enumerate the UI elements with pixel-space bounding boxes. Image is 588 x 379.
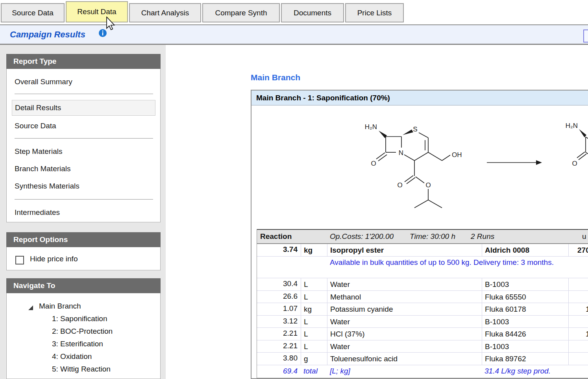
cell-substance: Methanol [327, 291, 479, 303]
cell-unit: L [301, 278, 324, 291]
cell-vendor: B-1003 [482, 340, 566, 353]
cell-substance: Potassium cyanide [327, 303, 479, 316]
page-title: Campaign Results [10, 30, 85, 40]
report-type-step-materials[interactable]: Step Materials [15, 146, 62, 157]
cell-substance: Water [327, 278, 479, 291]
cell-vendor: B-1003 [482, 278, 566, 291]
cell-price [568, 353, 588, 365]
tab-chart-analysis[interactable]: Chart Analysis [129, 3, 201, 22]
tree-node-boc-protection[interactable]: 2: BOC-Protection [52, 325, 113, 337]
tree-node-saponification[interactable]: 1: Saponification [52, 313, 107, 325]
cell-unit: kg [301, 244, 324, 257]
info-icon[interactable] [98, 29, 107, 37]
divider [15, 199, 153, 200]
cell-amount: 3.80 [257, 354, 298, 362]
navigate-to-panel: Navigate To Main Branch 1: Saponificatio… [6, 278, 161, 379]
cell-amount: 2.21 [257, 329, 298, 338]
report-type-branch-materials[interactable]: Branch Materials [15, 163, 71, 175]
cell-substance: Water [327, 340, 479, 353]
reaction-arrow-head [536, 160, 542, 165]
atom-label-sulfur: S [413, 126, 417, 133]
tab-documents[interactable]: Documents [281, 3, 344, 22]
table-row[interactable]: 2.21 L HCl (37%) Fluka 84426 1 [257, 328, 588, 340]
table-row[interactable]: 1.07 kg Potassium cyanide Fluka 60178 1 [257, 303, 588, 316]
cell-unit: L [301, 316, 324, 328]
cell-substance: Toluenesulfonic acid [327, 353, 479, 365]
atom-label-hydroxyl: OH [452, 151, 462, 159]
reaction-header-label: Reaction [260, 232, 292, 241]
total-per-kg: 31.4 L/kg step prod. [484, 367, 551, 375]
report-type-detail-results-label: Detail Results [15, 104, 61, 112]
tree-node-wittig-reaction[interactable]: 5: Wittig Reaction [52, 363, 111, 375]
tab-price-lists[interactable]: Price Lists [345, 3, 404, 22]
cell-price [568, 340, 588, 353]
reaction-table: Reaction Op.Costs: 1'200.00 Time: 30:00 … [257, 229, 588, 379]
wedge-bond [579, 129, 586, 137]
cell-unit: L [301, 328, 324, 340]
report-options-header: Report Options [6, 232, 161, 247]
report-type-overall-summary[interactable]: Overall Summary [15, 76, 72, 88]
cell-unit: L [301, 340, 324, 353]
reaction-table-body: 3.74 kg Isopropyl ester Aldrich 0008 270… [257, 244, 588, 365]
tab-result-data[interactable]: Result Data [66, 1, 128, 22]
time-label: Time: 30:00 h [410, 232, 455, 241]
table-row[interactable]: 26.6 L Methanol Fluka 65550 [257, 291, 588, 303]
tab-source-data[interactable]: Source Data [1, 3, 65, 22]
cell-amount: 3.12 [257, 317, 298, 325]
hide-price-info-checkbox[interactable] [15, 256, 24, 264]
report-type-intermediates[interactable]: Intermediates [15, 207, 60, 218]
table-row[interactable]: 3.80 g Toluenesulfonic acid Fluka 89762 [257, 353, 588, 365]
navigate-to-header: Navigate To [6, 278, 161, 293]
cell-price [568, 316, 588, 328]
hide-price-info-label[interactable]: Hide price info [30, 255, 78, 263]
clipped-toolbar-button[interactable] [583, 30, 588, 43]
runs-label: 2 Runs [471, 232, 494, 241]
availability-note-row: Available in bulk quantities of up to 50… [257, 257, 588, 279]
table-row[interactable]: 3.74 kg Isopropyl ester Aldrich 0008 270 [257, 244, 588, 257]
cell-amount: 2.21 [257, 342, 298, 350]
cell-vendor: Fluka 60178 [482, 303, 566, 316]
total-amount: 69.4 [257, 367, 298, 375]
reaction-table-header: Reaction Op.Costs: 1'200.00 Time: 30:00 … [257, 229, 588, 244]
report-type-panel: Report Type Overall Summary Detail Resul… [6, 54, 161, 222]
divider [15, 94, 153, 94]
cell-substance: HCl (37%) [327, 328, 479, 340]
cell-price [568, 278, 588, 291]
tree-node-main-branch[interactable]: Main Branch [39, 300, 81, 312]
table-row[interactable]: 3.12 L Water B-1003 [257, 316, 588, 328]
tree-node-esterification[interactable]: 3: Esterification [52, 338, 103, 350]
cell-vendor: Fluka 65550 [482, 291, 566, 303]
report-type-detail-results-selected[interactable]: Detail Results [12, 100, 155, 116]
atom-label-product-o: O [572, 160, 577, 167]
report-type-source-data[interactable]: Source Data [15, 120, 56, 132]
mouse-cursor [106, 17, 116, 32]
cell-unit: g [301, 353, 324, 365]
availability-note[interactable]: Available in bulk quantities of up to 50… [330, 257, 571, 268]
report-type-synthesis-materials[interactable]: Synthesis Materials [15, 180, 80, 192]
branch-heading: Main Branch [251, 73, 300, 82]
cell-amount: 1.07 [257, 304, 298, 313]
total-units: [L; kg] [330, 367, 350, 375]
cell-amount: 30.4 [257, 279, 298, 288]
cell-vendor: Fluka 89762 [482, 353, 566, 365]
tree-node-oxidation[interactable]: 4: Oxidation [52, 351, 92, 362]
tree-node-deprotection[interactable]: 6: Deprotection [52, 376, 103, 379]
cell-vendor: Aldrich 0008 [482, 244, 566, 257]
divider [15, 138, 153, 139]
report-options-panel: Report Options Hide price info [6, 232, 161, 270]
tree-expander-icon[interactable] [27, 304, 34, 311]
table-row[interactable]: 2.21 L Water B-1003 [257, 340, 588, 353]
campaign-results-bar: Campaign Results [0, 24, 588, 45]
table-row[interactable]: 30.4 L Water B-1003 [257, 278, 588, 291]
cell-price: 270 [568, 244, 588, 257]
atom-label-ring-n: N [399, 149, 403, 157]
cell-vendor: B-1003 [482, 316, 566, 328]
tab-compare-synth[interactable]: Compare Synth [202, 3, 280, 22]
atom-label-ester-o: O [425, 181, 431, 189]
cell-price [568, 291, 588, 303]
cell-substance: Water [327, 316, 479, 328]
atom-label-lactam-o: O [371, 160, 376, 167]
op-costs-label: Op.Costs: 1'200.00 [330, 232, 394, 241]
atom-label-ester-dbl-o: O [397, 181, 402, 189]
cell-vendor: Fluka 84426 [482, 328, 566, 340]
